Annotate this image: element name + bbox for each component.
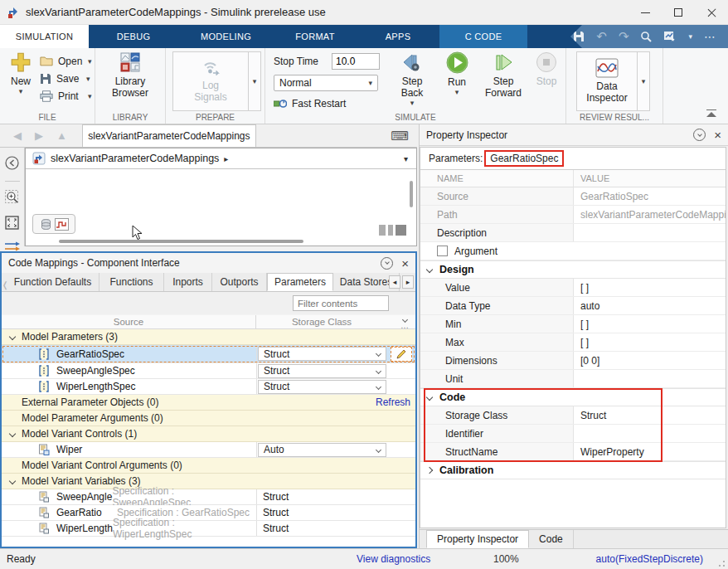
tab-simulation[interactable]: SIMULATION xyxy=(0,25,89,48)
panel-minimize-button[interactable] xyxy=(693,129,706,141)
property-value[interactable] xyxy=(574,370,726,387)
canvas-horizontal-scrollbar[interactable] xyxy=(59,240,303,243)
prepare-gallery-dropdown[interactable]: ▾ xyxy=(249,51,261,111)
stop-button[interactable]: Stop xyxy=(529,51,564,87)
design-section-header[interactable]: Design xyxy=(420,260,726,279)
tab-code[interactable]: Code xyxy=(529,530,574,548)
tab-outports[interactable]: Outports xyxy=(212,273,267,291)
scope-signal-icon[interactable] xyxy=(55,218,69,231)
refresh-link[interactable]: Refresh xyxy=(376,396,410,408)
storage-class-dropdown[interactable]: Struct xyxy=(258,380,386,394)
open-button[interactable]: Open ▾ xyxy=(40,52,92,70)
model-canvas[interactable] xyxy=(26,169,416,246)
save-quick-button[interactable] xyxy=(573,31,585,42)
log-signals-button[interactable]: Log Signals xyxy=(172,51,249,111)
row-sweepanglespec[interactable]: SweepAngleSpec Struct xyxy=(2,363,415,379)
row-wiper[interactable]: Wiper Auto xyxy=(2,442,415,458)
tab-inports[interactable]: Inports xyxy=(164,273,212,291)
panel-minimize-button[interactable] xyxy=(381,257,393,270)
favorites-button[interactable] xyxy=(663,31,677,42)
panel-close-button[interactable]: × xyxy=(401,257,409,270)
calibration-section-header[interactable]: Calibration xyxy=(420,461,726,479)
step-forward-button[interactable]: Step Forward xyxy=(478,51,529,99)
resize-grip[interactable] xyxy=(715,557,725,567)
library-browser-button[interactable]: Library Browser xyxy=(107,51,153,99)
stop-time-input[interactable] xyxy=(332,53,380,70)
tab-debug[interactable]: DEBUG xyxy=(89,25,178,48)
property-value[interactable] xyxy=(574,425,726,442)
property-value[interactable]: Struct xyxy=(574,406,726,424)
storage-class-dropdown[interactable]: Struct xyxy=(258,364,386,378)
tab-c-code[interactable]: C CODE xyxy=(439,25,527,48)
row-wiperlengthspec[interactable]: WiperLengthSpec Struct xyxy=(2,379,415,395)
tab-format[interactable]: FORMAT xyxy=(274,25,357,48)
property-value[interactable]: [0 0] xyxy=(574,352,726,369)
tab-scroll-right-button[interactable]: ▸ xyxy=(402,275,414,289)
tab-modeling[interactable]: MODELING xyxy=(178,25,274,48)
property-value[interactable]: WiperProperty xyxy=(574,443,726,460)
tab-parameters[interactable]: Parameters xyxy=(267,273,333,291)
tab-scroll-left-button[interactable]: ◂ xyxy=(389,275,400,289)
design-row-min[interactable]: Min [ ] xyxy=(420,315,726,333)
simulation-mode-dropdown[interactable]: Normal ▾ xyxy=(274,75,378,91)
nav-back-button[interactable]: ◀ xyxy=(13,129,22,142)
more-options-button[interactable]: ⋯ xyxy=(704,30,716,43)
activation-dropdown[interactable]: Auto xyxy=(258,443,386,457)
source-column-header[interactable]: Source xyxy=(2,315,256,328)
row-gearratiospec[interactable]: GearRatioSpec Struct xyxy=(2,345,415,363)
data-inspector-button[interactable]: Data Inspector xyxy=(576,51,638,111)
property-value[interactable] xyxy=(574,224,726,241)
property-row-description[interactable]: Description xyxy=(420,224,726,242)
hide-browser-button[interactable] xyxy=(5,156,19,173)
property-value[interactable]: [ ] xyxy=(574,333,726,351)
close-button[interactable] xyxy=(695,0,728,25)
property-value[interactable]: [ ] xyxy=(574,279,726,296)
nav-forward-button[interactable]: ▶ xyxy=(35,129,43,142)
design-row-unit[interactable]: Unit xyxy=(420,370,726,388)
minimize-button[interactable] xyxy=(629,0,662,25)
code-row-identifier[interactable]: Identifier xyxy=(420,425,726,443)
print-button[interactable]: Print ▾ xyxy=(40,87,92,105)
breadcrumb-model-name[interactable]: slexVariantParameterCodeMappings xyxy=(51,153,219,164)
filter-contents-input[interactable] xyxy=(293,295,389,311)
design-row-value[interactable]: Value [ ] xyxy=(420,279,726,297)
storage-class-dropdown[interactable]: Struct xyxy=(258,347,386,361)
group-external-parameter-objects[interactable]: External Parameter Objects (0) Refresh xyxy=(2,395,415,411)
group-model-variant-control-arguments[interactable]: Model Variant Control Arguments (0) xyxy=(2,458,415,474)
save-button[interactable]: Save ▾ xyxy=(40,70,92,87)
new-button[interactable]: New ▾ xyxy=(4,51,37,95)
nav-up-button[interactable]: ▲ xyxy=(56,129,67,142)
argument-checkbox[interactable] xyxy=(437,246,448,256)
canvas-vertical-scrollbar[interactable] xyxy=(410,181,413,207)
code-row-storage-class[interactable]: Storage Class Struct xyxy=(420,406,726,425)
quick-access-dropdown[interactable]: ▾ xyxy=(688,32,692,41)
solver-link[interactable]: auto(FixedStepDiscrete) xyxy=(596,553,703,565)
undo-button[interactable]: ↶ xyxy=(596,29,607,44)
tab-function-defaults[interactable]: Function Defaults xyxy=(7,273,99,291)
row-sweepangle[interactable]: SweepAngle Specification : SweepAngleSpe… xyxy=(2,489,415,505)
run-button[interactable]: Run ▾ xyxy=(438,51,476,96)
storage-class-column-header[interactable]: Storage Class xyxy=(256,315,387,328)
fast-restart-toggle[interactable]: Fast Restart xyxy=(274,98,380,109)
edit-storage-button[interactable] xyxy=(391,347,412,362)
tab-property-inspector[interactable]: Property Inspector xyxy=(426,530,529,548)
column-options[interactable]: … xyxy=(400,315,409,330)
group-model-parameter-arguments[interactable]: Model Parameter Arguments (0) xyxy=(2,411,415,426)
maximize-button[interactable] xyxy=(662,0,695,25)
code-row-structname[interactable]: StructName WiperProperty xyxy=(420,443,726,461)
tab-apps[interactable]: APPS xyxy=(357,25,439,48)
redo-button[interactable]: ↷ xyxy=(619,29,629,44)
panel-close-button[interactable]: × xyxy=(714,129,721,141)
review-gallery-dropdown[interactable]: ▾ xyxy=(638,51,650,111)
zoom-tool-button[interactable] xyxy=(5,190,20,207)
tab-functions[interactable]: Functions xyxy=(99,273,164,291)
view-diagnostics-link[interactable]: View diagnostics xyxy=(357,553,430,565)
search-button[interactable] xyxy=(640,31,652,42)
keyboard-shortcuts-icon[interactable]: ⌨ xyxy=(391,129,409,143)
row-wiperlength[interactable]: WiperLength Specification : WiperLengthS… xyxy=(2,521,415,537)
data-store-icon[interactable] xyxy=(40,218,52,231)
design-row-data-type[interactable]: Data Type auto xyxy=(420,297,726,315)
step-back-button[interactable]: Step Back ▾ xyxy=(388,51,436,107)
design-row-dimensions[interactable]: Dimensions [0 0] xyxy=(420,352,726,370)
fit-to-view-button[interactable] xyxy=(5,216,19,232)
